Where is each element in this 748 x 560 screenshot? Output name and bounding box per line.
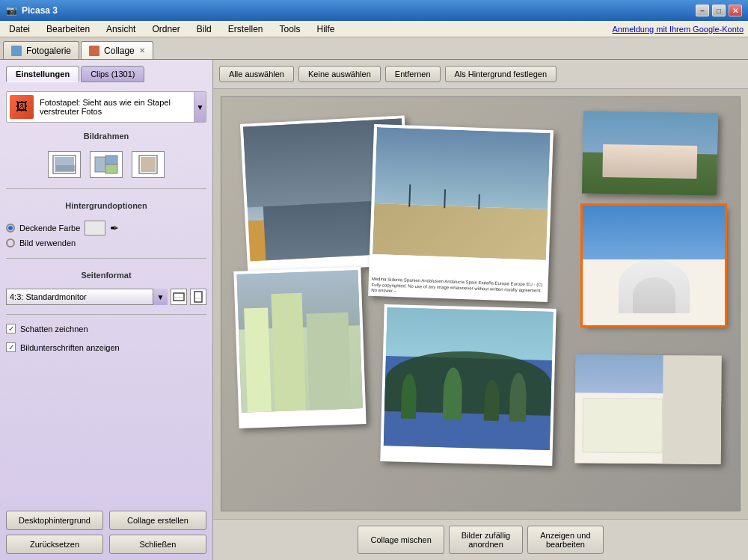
action-bar: Alle auswählen Keine auswählen Entfernen… [213, 60, 748, 89]
menubar: Datei Bearbeiten Ansicht Ordner Bild Ers… [0, 21, 748, 37]
bg-bild-label: Bild verwenden [19, 239, 76, 247]
anzeigen-bearbeiten-button[interactable]: Anzeigen und bearbeiten [527, 526, 603, 554]
main-layout: Einstellungen Clips (1301) 🖼 Fotostapel:… [0, 60, 748, 560]
menu-bild[interactable]: Bild [192, 22, 216, 36]
google-account-link[interactable]: Anmeldung mit Ihrem Google-Konto [613, 25, 744, 34]
collage-erstellen-button[interactable]: Collage erstellen [109, 511, 206, 530]
photo-type-text: Fotostapel: Sieht aus wie ein Stapel ver… [40, 98, 203, 116]
photo-type-dropdown-arrow[interactable]: ▼ [194, 92, 206, 122]
radio-bild[interactable] [6, 239, 15, 247]
svg-rect-8 [174, 293, 184, 301]
titlebar-left: 📷 Picasa 3 [6, 5, 58, 16]
fotogalerie-tab-label: Fotogalerie [26, 46, 71, 56]
collage-icon [89, 46, 99, 56]
tab-collage[interactable]: Collage ✕ [81, 41, 153, 59]
photo-type-selector[interactable]: 🖼 Fotostapel: Sieht aus wie ein Stapel v… [6, 91, 206, 123]
fotogalerie-icon [11, 46, 22, 56]
page-format-dropdown-btn[interactable]: ▼ [153, 289, 168, 305]
photo-type-icon: 🖼 [10, 95, 34, 119]
photo-item-white-building-selected[interactable] [583, 206, 725, 325]
page-format-icons [171, 289, 206, 305]
schatten-checkbox[interactable] [6, 324, 16, 333]
landscape-frame-icon [52, 155, 76, 174]
frame-option-portrait[interactable] [132, 151, 165, 178]
eyedropper-icon[interactable]: ✒ [110, 222, 119, 234]
bg-deckend-label: Deckende Farbe [19, 224, 80, 233]
landscape-icon [173, 292, 185, 302]
frame-options [6, 151, 206, 178]
photo-item-landscape-caption[interactable]: Medina Sidonia Spanien Andalusien Andalu… [368, 124, 554, 302]
mixed-frame-icon [94, 155, 118, 174]
app-title: Picasa 3 [22, 5, 58, 16]
collage-canvas: Medina Sidonia Spanien Andalusien Andalu… [221, 96, 741, 511]
radio-deckend[interactable] [6, 224, 15, 233]
bildunterschriften-checkbox[interactable] [6, 342, 16, 352]
minimize-button[interactable]: – [696, 4, 709, 16]
menu-tools[interactable]: Tools [275, 22, 304, 36]
tab-fotogalerie[interactable]: Fotogalerie [3, 41, 79, 59]
photo-item-white-buildings-bottom[interactable] [574, 354, 721, 464]
desktop-button[interactable]: Desktophintergrund [6, 511, 103, 530]
btn-row-1: Desktophintergrund Collage erstellen [6, 511, 206, 530]
subtab-clips[interactable]: Clips (1301) [81, 66, 144, 82]
maximize-button[interactable]: □ [712, 4, 726, 16]
svg-rect-2 [56, 165, 76, 171]
frame-option-mixed[interactable] [90, 151, 123, 178]
collage-mischen-button[interactable]: Collage mischen [358, 526, 444, 554]
hintergrund-title: Hintergrundoptionen [6, 201, 206, 210]
page-format-row: 4:3: Standardmonitor ▼ [6, 289, 206, 305]
page-icon-landscape[interactable] [171, 289, 187, 305]
svg-rect-7 [141, 157, 156, 172]
subtab-bar: Einstellungen Clips (1301) [6, 66, 206, 82]
menu-bearbeiten[interactable]: Bearbeiten [42, 22, 94, 36]
separator3 [6, 314, 206, 315]
photo-item-mountain-town[interactable] [582, 111, 718, 195]
bildunterschriften-row: Bildunterschriften anzeigen [6, 342, 206, 352]
left-panel: Einstellungen Clips (1301) 🖼 Fotostapel:… [0, 60, 213, 560]
page-icon-portrait[interactable] [190, 289, 206, 305]
bg-options: Deckende Farbe ✒ Bild verwenden [6, 221, 206, 247]
bottom-bar: Collage mischen Bilder zufällig anordnen… [213, 519, 748, 560]
close-tab-icon[interactable]: ✕ [139, 46, 145, 55]
entfernen-button[interactable]: Entfernen [385, 66, 441, 82]
bg-option-bild: Bild verwenden [6, 239, 206, 247]
keine-auswaehlen-button[interactable]: Keine auswählen [298, 66, 381, 82]
menu-ordner[interactable]: Ordner [147, 22, 184, 36]
panel-buttons: Desktophintergrund Collage erstellen Zur… [6, 511, 206, 554]
page-format-select-wrapper: 4:3: Standardmonitor ▼ [6, 289, 168, 305]
portrait-icon [194, 291, 203, 303]
titlebar: 📷 Picasa 3 – □ ✕ [0, 0, 748, 21]
reset-button[interactable]: Zurücksetzen [6, 535, 103, 554]
svg-rect-5 [105, 164, 117, 173]
collage-tab-label: Collage [104, 46, 135, 56]
tab-bar: Fotogalerie Collage ✕ [0, 37, 748, 60]
titlebar-controls[interactable]: – □ ✕ [696, 4, 742, 16]
bilder-zufaellig-button[interactable]: Bilder zufällig anordnen [449, 526, 523, 554]
color-swatch[interactable] [85, 221, 105, 236]
bg-option-deckend: Deckende Farbe ✒ [6, 221, 206, 236]
btn-row-2: Zurücksetzen Schließen [6, 535, 206, 554]
menu-erstellen[interactable]: Erstellen [224, 22, 268, 36]
menu-datei[interactable]: Datei [4, 22, 34, 36]
close-window-button[interactable]: ✕ [729, 4, 742, 16]
seitenformat-title: Seitenformat [6, 271, 206, 280]
photo-item-trees[interactable] [380, 304, 556, 466]
schatten-label: Schatten zeichnen [20, 324, 88, 333]
page-format-select[interactable]: 4:3: Standardmonitor [6, 289, 168, 305]
frame-option-landscape[interactable] [48, 151, 81, 178]
menu-ansicht[interactable]: Ansicht [102, 22, 140, 36]
hintergrund-button[interactable]: Als Hintergrund festlegen [445, 66, 557, 82]
bildrahmen-title: Bildrahmen [6, 132, 206, 141]
close-button[interactable]: Schließen [109, 535, 206, 554]
alle-auswaehlen-button[interactable]: Alle auswählen [219, 66, 294, 82]
subtab-einstellungen[interactable]: Einstellungen [6, 66, 79, 82]
portrait-frame-icon [136, 155, 160, 174]
svg-rect-4 [105, 156, 117, 164]
menu-hilfe[interactable]: Hilfe [313, 22, 340, 36]
separator1 [6, 188, 206, 189]
separator2 [6, 258, 206, 259]
app-icon: 📷 [6, 5, 17, 16]
photo-item-street[interactable] [233, 267, 366, 428]
bildunterschriften-label: Bildunterschriften anzeigen [20, 343, 120, 352]
schatten-row: Schatten zeichnen [6, 324, 206, 333]
